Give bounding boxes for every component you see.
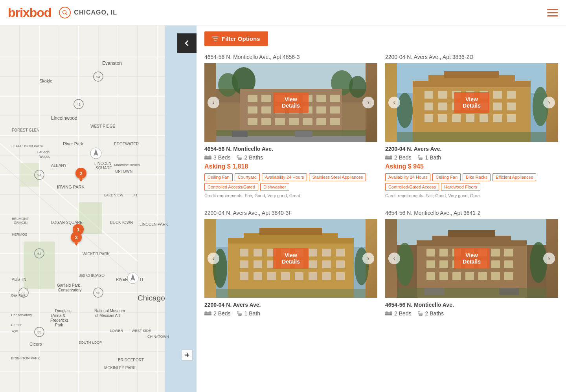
svg-text:90: 90 [96, 291, 100, 295]
pin-number-2: 2 [75, 168, 86, 179]
svg-text:LaBagh: LaBagh [37, 150, 50, 154]
filter-icon [212, 36, 219, 42]
carousel-next-2[interactable]: › [543, 97, 555, 108]
bed-svg-3 [204, 311, 211, 316]
svg-rect-133 [232, 131, 248, 137]
property-card-3: 2200-04 N. Avers Ave., Apt 3840-3F [204, 210, 377, 319]
view-details-2[interactable]: ViewDetails [454, 92, 489, 113]
svg-rect-230 [439, 260, 448, 268]
svg-rect-212 [205, 311, 207, 313]
svg-text:Frederick): Frederick) [50, 318, 68, 322]
svg-rect-153 [507, 91, 516, 99]
svg-text:64: 64 [37, 252, 41, 256]
pin-number-3: 3 [71, 232, 82, 243]
filter-button[interactable]: Filter Options [204, 31, 268, 46]
svg-rect-125 [261, 118, 271, 125]
hamburger-menu[interactable] [547, 9, 558, 16]
tag-1-4: Controlled Access/Gated [204, 183, 258, 191]
svg-rect-239 [465, 272, 474, 280]
svg-text:Garfield Park: Garfield Park [57, 283, 80, 288]
svg-rect-199 [240, 272, 248, 280]
svg-text:SOUTH LOOP: SOUTH LOOP [79, 341, 102, 344]
svg-text:LINCOLN: LINCOLN [94, 161, 111, 166]
logo[interactable]: brixbod [8, 5, 51, 20]
beds-label-3: 2 Beds [213, 310, 231, 317]
svg-rect-126 [275, 118, 285, 125]
svg-text:Center: Center [11, 323, 22, 327]
view-details-1[interactable]: ViewDetails [273, 92, 309, 113]
svg-rect-191 [240, 260, 248, 268]
svg-rect-213 [209, 311, 211, 313]
svg-text:Montrose Beach: Montrose Beach [114, 163, 140, 167]
carousel-prev-4[interactable]: ‹ [388, 253, 400, 264]
filter-label: Filter Options [222, 35, 260, 42]
carousel-next-4[interactable]: › [543, 253, 555, 264]
carousel-prev-3[interactable]: ‹ [208, 253, 219, 264]
svg-rect-118 [261, 106, 271, 114]
svg-rect-184 [254, 249, 262, 256]
carousel-next-1[interactable]: › [362, 97, 374, 108]
svg-text:WEST SIDE: WEST SIDE [132, 329, 151, 333]
view-details-3[interactable]: ViewDetails [273, 248, 309, 269]
svg-text:Park: Park [55, 323, 64, 327]
svg-text:of Mexican Art: of Mexican Art [95, 313, 120, 318]
svg-rect-148 [438, 91, 447, 99]
svg-rect-162 [438, 114, 447, 122]
baths-label-2: 1 Bath [425, 154, 441, 161]
logo-text: brixb [8, 5, 37, 20]
svg-text:MCKINLEY PARK: MCKINLEY PARK [104, 366, 136, 370]
logo-d: d [44, 5, 51, 20]
svg-rect-160 [507, 103, 516, 110]
svg-rect-205 [322, 272, 331, 280]
svg-rect-250 [386, 311, 388, 313]
bath-svg-3 [237, 311, 243, 316]
zoom-in-button[interactable]: + [182, 350, 193, 361]
svg-text:Woods: Woods [39, 155, 50, 159]
svg-text:BRIDGEPORT: BRIDGEPORT [118, 358, 144, 362]
carousel-next-3[interactable]: › [362, 253, 374, 264]
svg-rect-228 [504, 249, 513, 256]
svg-rect-111 [261, 95, 271, 102]
map-pin-3[interactable]: 3 [71, 232, 82, 246]
svg-text:UPTOWN: UPTOWN [115, 169, 132, 174]
svg-text:Conservatory: Conservatory [58, 288, 81, 292]
carousel-prev-2[interactable]: ‹ [388, 97, 400, 108]
svg-rect-127 [289, 118, 299, 125]
svg-rect-209 [216, 289, 366, 298]
svg-text:Douglass: Douglass [55, 309, 72, 313]
svg-text:AUSTIN: AUSTIN [12, 277, 26, 282]
carousel-prev-1[interactable]: ‹ [208, 97, 219, 108]
svg-rect-202 [281, 272, 290, 280]
search-icon[interactable] [59, 7, 71, 18]
back-button[interactable] [177, 33, 197, 53]
results-panel: Filter Options 4654-56 N. Monticello Ave… [197, 26, 566, 392]
street-3: 2200-04 N. Avers Ave. [204, 302, 377, 308]
svg-rect-192 [254, 260, 262, 268]
tag-2-4: Controlled/Gated Access [385, 183, 439, 191]
svg-text:National Museum: National Museum [94, 309, 125, 313]
svg-rect-138 [209, 156, 211, 158]
property-title-4: 4654-56 N. Monticello Ave., Apt 3641-2 [385, 210, 558, 216]
map-background: 94 41 64 94 55 290 90 Evanston Skokie Li… [0, 26, 197, 392]
bed-svg-1 [204, 155, 211, 160]
bed-svg-4 [385, 311, 392, 316]
svg-rect-164 [466, 114, 474, 122]
svg-line-1 [66, 14, 68, 15]
baths-label-1: 2 Baths [244, 154, 263, 161]
svg-rect-115 [316, 95, 326, 102]
svg-rect-246 [424, 288, 444, 295]
tag-2-3: Efficient Appliances [492, 173, 536, 181]
svg-text:LOWER: LOWER [110, 329, 123, 333]
svg-rect-124 [248, 118, 257, 125]
bath-svg-1 [237, 155, 243, 160]
view-details-4[interactable]: ViewDetails [454, 248, 489, 269]
map-pin-2[interactable]: 2 [75, 168, 86, 182]
tag-2-2: Bike Racks [463, 173, 491, 181]
svg-rect-189 [322, 249, 331, 256]
svg-text:SQUARE: SQUARE [96, 166, 112, 170]
svg-rect-245 [397, 288, 546, 298]
svg-text:CHINATOWN: CHINATOWN [147, 335, 169, 339]
svg-rect-134 [295, 131, 312, 137]
property-title-1: 4654-56 N. Monticello Ave., Apt 4656-3 [204, 54, 377, 60]
map-svg: 94 41 64 94 55 290 90 Evanston Skokie Li… [0, 26, 197, 392]
